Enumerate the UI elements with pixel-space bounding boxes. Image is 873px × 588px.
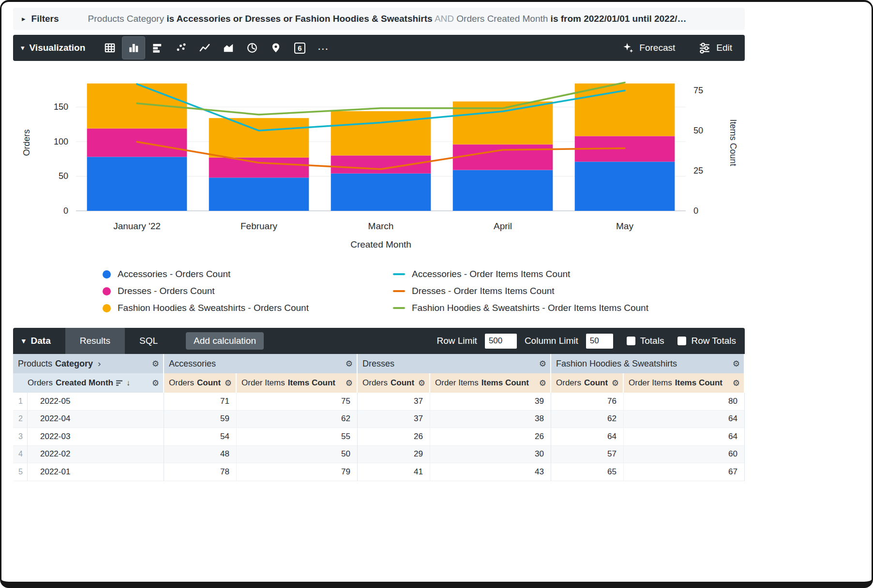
visualization-collapse-caret-icon[interactable]: ▾ xyxy=(21,44,25,52)
row-totals-checkbox[interactable] xyxy=(677,337,686,345)
edit-button[interactable]: Edit xyxy=(698,42,732,54)
viz-more-options-button[interactable]: … xyxy=(312,37,334,59)
viz-type-pie-button[interactable] xyxy=(241,37,263,59)
gear-icon[interactable]: ⚙ xyxy=(733,359,740,369)
legend-item[interactable]: Accessories - Orders Count xyxy=(103,269,393,279)
filters-expand-caret-icon[interactable]: ▸ xyxy=(22,15,26,23)
measure-cell[interactable]: 67 xyxy=(624,463,745,481)
totals-checkbox-group[interactable]: Totals xyxy=(627,336,664,346)
totals-checkbox[interactable] xyxy=(627,337,635,345)
measure-cell[interactable]: 64 xyxy=(624,428,745,446)
sort-desc-arrow-icon[interactable]: ↓ xyxy=(126,379,130,387)
measure-cell[interactable]: 64 xyxy=(624,411,745,428)
measure-cell[interactable]: 65 xyxy=(551,463,624,481)
measure-cell[interactable]: 76 xyxy=(551,393,624,411)
column-header-orders-count[interactable]: Orders Count ⚙ xyxy=(551,373,624,393)
measure-cell[interactable]: 38 xyxy=(430,411,551,428)
viz-type-map-button[interactable] xyxy=(265,37,287,59)
measure-cell[interactable]: 78 xyxy=(164,463,237,481)
column-header-order-items-count[interactable]: Order Items Items Count ⚙ xyxy=(237,373,358,393)
measure-cell[interactable]: 62 xyxy=(237,411,358,428)
measure-cell[interactable]: 29 xyxy=(358,446,430,464)
combo-chart[interactable]: 0501001500255075January '22FebruaryMarch… xyxy=(13,66,745,265)
dimension-cell[interactable]: 2022-04 xyxy=(28,411,164,428)
row-number: 5 xyxy=(13,463,28,481)
gear-icon[interactable]: ⚙ xyxy=(152,359,159,369)
gear-icon[interactable]: ⚙ xyxy=(733,378,740,388)
row-limit-input[interactable] xyxy=(485,334,517,349)
measure-cell[interactable]: 41 xyxy=(358,463,430,481)
viz-type-line-button[interactable] xyxy=(194,37,216,59)
dimension-cell[interactable]: 2022-03 xyxy=(28,428,164,446)
gear-icon[interactable]: ⚙ xyxy=(346,359,353,369)
column-header-order-items-count[interactable]: Order Items Items Count ⚙ xyxy=(430,373,551,393)
pivot-chevron-icon[interactable]: › xyxy=(98,358,101,369)
pivot-group-dresses[interactable]: Dresses ⚙ xyxy=(358,354,551,373)
measure-cell[interactable]: 26 xyxy=(430,428,551,446)
measure-cell[interactable]: 75 xyxy=(237,393,358,411)
column-header-order-items-count[interactable]: Order Items Items Count ⚙ xyxy=(624,373,745,393)
add-calculation-button[interactable]: Add calculation xyxy=(186,332,264,350)
measure-cell[interactable]: 39 xyxy=(430,393,551,411)
measure-cell[interactable]: 55 xyxy=(237,428,358,446)
viz-type-bar-button[interactable] xyxy=(146,37,168,59)
gear-icon[interactable]: ⚙ xyxy=(539,359,546,369)
tab-results[interactable]: Results xyxy=(65,328,125,354)
gear-icon[interactable]: ⚙ xyxy=(152,378,159,388)
dimension-cell[interactable]: 2022-05 xyxy=(28,393,164,411)
measure-cell[interactable]: 62 xyxy=(551,411,624,428)
gear-icon[interactable]: ⚙ xyxy=(539,378,546,388)
measure-cell[interactable]: 80 xyxy=(624,393,745,411)
forecast-button[interactable]: Forecast xyxy=(621,42,675,54)
column-header-orders-count[interactable]: Orders Count ⚙ xyxy=(164,373,237,393)
measure-cell[interactable]: 64 xyxy=(551,428,624,446)
measure-cell[interactable]: 60 xyxy=(624,446,745,464)
gear-icon[interactable]: ⚙ xyxy=(225,378,232,388)
viz-type-area-button[interactable] xyxy=(217,37,240,59)
gear-icon[interactable]: ⚙ xyxy=(612,378,619,388)
pivot-group-fashion-hoodies[interactable]: Fashion Hoodies & Sweatshirts ⚙ xyxy=(551,354,745,373)
measure-cell[interactable]: 59 xyxy=(164,411,237,428)
filter-summary[interactable]: Products Category is Accessories or Dres… xyxy=(88,14,736,24)
pivot-group-accessories[interactable]: Accessories ⚙ xyxy=(164,354,358,373)
measure-cell[interactable]: 48 xyxy=(164,446,237,464)
viz-type-column-button[interactable] xyxy=(122,37,145,59)
measure-cell[interactable]: 30 xyxy=(430,446,551,464)
measure-cell[interactable]: 37 xyxy=(358,393,430,411)
measure-cell[interactable]: 71 xyxy=(164,393,237,411)
viz-type-single-value-button[interactable]: 6 xyxy=(288,37,311,59)
dimension-cell[interactable]: 2022-02 xyxy=(28,446,164,464)
sort-lines-icon[interactable] xyxy=(116,380,123,386)
viz-type-table-button[interactable] xyxy=(99,37,121,59)
column-limit-input[interactable] xyxy=(586,334,613,349)
data-section-toggle[interactable]: ▾ Data xyxy=(13,336,65,346)
gear-icon[interactable]: ⚙ xyxy=(418,378,425,388)
filter-field-2: Orders Created Month xyxy=(456,14,548,24)
column-header-orders-count[interactable]: Orders Count ⚙ xyxy=(358,373,430,393)
bar-chart-icon xyxy=(151,42,164,54)
tab-sql[interactable]: SQL xyxy=(125,328,172,354)
gear-icon[interactable]: ⚙ xyxy=(346,378,353,388)
svg-text:0: 0 xyxy=(693,206,698,216)
column-header-products-category[interactable]: Products Category › ⚙ xyxy=(13,354,164,373)
measure-cell[interactable]: 79 xyxy=(237,463,358,481)
legend-item[interactable]: Fashion Hoodies & Sweatshirts - Order It… xyxy=(393,303,648,313)
dimension-cell[interactable]: 2022-01 xyxy=(28,463,164,481)
measure-cell[interactable]: 26 xyxy=(358,428,430,446)
measure-cell[interactable]: 37 xyxy=(358,411,430,428)
filters-bar[interactable]: ▸ Filters Products Category is Accessori… xyxy=(13,8,745,30)
row-number: 3 xyxy=(13,428,28,446)
viz-type-scatter-button[interactable] xyxy=(170,37,192,59)
svg-text:100: 100 xyxy=(54,137,68,147)
measure-cell[interactable]: 57 xyxy=(551,446,624,464)
measure-cell[interactable]: 54 xyxy=(164,428,237,446)
column-header-orders-created-month[interactable]: Orders Created Month ↓ ⚙ xyxy=(13,373,164,393)
legend-item[interactable]: Dresses - Orders Count xyxy=(103,286,393,296)
measure-cell[interactable]: 50 xyxy=(237,446,358,464)
legend-item[interactable]: Dresses - Order Items Items Count xyxy=(393,286,648,296)
legend-item[interactable]: Fashion Hoodies & Sweatshirts - Orders C… xyxy=(103,303,393,313)
legend-item[interactable]: Accessories - Order Items Items Count xyxy=(393,269,648,279)
filter-field-1: Products Category xyxy=(88,14,164,24)
measure-cell[interactable]: 43 xyxy=(430,463,551,481)
row-totals-checkbox-group[interactable]: Row Totals xyxy=(677,336,736,346)
